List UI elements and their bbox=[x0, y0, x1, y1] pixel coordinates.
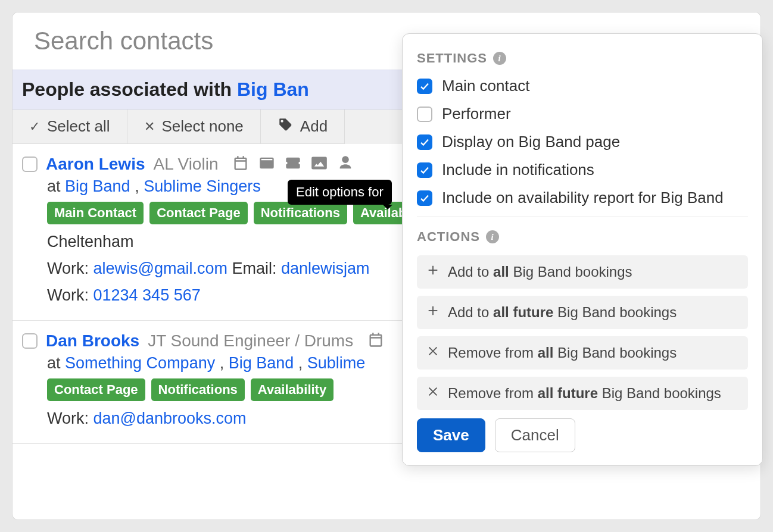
option-display-page[interactable]: Display on Big Band page bbox=[417, 133, 748, 151]
option-label: Include on availability report for Big B… bbox=[442, 189, 724, 207]
option-availability-report[interactable]: Include on availability report for Big B… bbox=[417, 189, 748, 207]
x-icon bbox=[426, 385, 440, 402]
action-add-all[interactable]: Add to all Big Band bookings bbox=[417, 255, 748, 289]
calendar-icon[interactable] bbox=[367, 331, 384, 351]
checkbox-icon[interactable] bbox=[417, 134, 432, 150]
option-main-contact[interactable]: Main contact bbox=[417, 77, 748, 95]
cancel-button[interactable]: Cancel bbox=[495, 418, 575, 452]
actions-section-title: ACTIONS i bbox=[417, 229, 748, 245]
option-label: Include in notifications bbox=[442, 161, 594, 179]
edit-options-tooltip: Edit options for bbox=[288, 180, 392, 205]
save-button[interactable]: Save bbox=[417, 418, 485, 452]
icon-strip bbox=[232, 155, 354, 174]
status-badge: Contact Page bbox=[47, 378, 145, 401]
checkbox-icon[interactable] bbox=[417, 79, 432, 94]
select-none-button[interactable]: ✕ Select none bbox=[127, 109, 261, 144]
add-label: Add bbox=[300, 117, 328, 136]
settings-section-title: SETTINGS i bbox=[417, 51, 748, 66]
image-icon[interactable] bbox=[311, 155, 328, 174]
checkbox-icon[interactable] bbox=[417, 190, 432, 206]
plus-icon bbox=[426, 304, 440, 321]
checkbox-icon[interactable] bbox=[417, 162, 432, 178]
company-link[interactable]: Sublime Singers bbox=[144, 177, 261, 195]
plus-icon bbox=[426, 264, 440, 280]
x-icon bbox=[426, 345, 440, 361]
ticket-icon[interactable] bbox=[285, 155, 301, 174]
info-icon[interactable]: i bbox=[486, 230, 499, 243]
card-icon[interactable] bbox=[258, 155, 275, 174]
status-badge: Availability bbox=[251, 378, 333, 401]
header-entity-link[interactable]: Big Ban bbox=[237, 79, 309, 100]
contact-checkbox[interactable] bbox=[22, 333, 38, 349]
checkbox-icon[interactable] bbox=[417, 107, 432, 122]
email-link[interactable]: danlewisjam bbox=[281, 259, 370, 277]
contact-checkbox[interactable] bbox=[22, 157, 38, 172]
status-badge: Main Contact bbox=[47, 202, 144, 224]
email-label: Email: bbox=[227, 259, 281, 277]
add-button[interactable]: Add bbox=[261, 109, 345, 144]
x-icon: ✕ bbox=[144, 119, 155, 134]
check-icon: ✓ bbox=[29, 119, 40, 134]
select-all-button[interactable]: ✓ Select all bbox=[13, 109, 127, 144]
info-icon[interactable]: i bbox=[493, 52, 506, 65]
work-email-link[interactable]: alewis@gmail.com bbox=[93, 259, 227, 277]
option-notifications[interactable]: Include in notifications bbox=[417, 161, 748, 179]
contacts-panel: People associated with Big Ban ✓ Select … bbox=[12, 12, 761, 520]
contact-role: JT Sound Engineer / Drums bbox=[148, 331, 353, 351]
work-email-link[interactable]: dan@danbrooks.com bbox=[93, 409, 247, 427]
company-link[interactable]: Big Band bbox=[229, 354, 294, 372]
contact-name-link[interactable]: Aaron Lewis bbox=[46, 155, 145, 174]
status-badge: Contact Page bbox=[149, 202, 248, 224]
settings-popover: SETTINGS i Main contact Performer Displa… bbox=[402, 33, 763, 466]
status-badge: Notifications bbox=[254, 202, 347, 224]
work-phone-label: Work: bbox=[47, 286, 93, 304]
company-link[interactable]: Big Band bbox=[65, 177, 130, 195]
tag-icon bbox=[278, 117, 293, 136]
at-label: at bbox=[47, 177, 65, 195]
select-all-label: Select all bbox=[47, 117, 110, 136]
person-icon[interactable] bbox=[337, 155, 354, 174]
action-add-future[interactable]: Add to all future Big Band bookings bbox=[417, 296, 748, 329]
action-remove-all[interactable]: Remove from all Big Band bookings bbox=[417, 336, 748, 370]
at-label: at bbox=[47, 354, 65, 372]
phone-link[interactable]: 01234 345 567 bbox=[93, 286, 201, 304]
contact-name-link[interactable]: Dan Brooks bbox=[46, 331, 139, 351]
icon-strip bbox=[367, 331, 384, 351]
company-link[interactable]: Sublime bbox=[307, 354, 366, 372]
calendar-icon[interactable] bbox=[232, 155, 249, 174]
divider bbox=[417, 217, 748, 217]
work-email-label: Work: bbox=[47, 409, 93, 427]
option-performer[interactable]: Performer bbox=[417, 105, 748, 123]
contact-role: AL Violin bbox=[153, 155, 218, 174]
company-link[interactable]: Something Company bbox=[65, 354, 215, 372]
status-badge: Notifications bbox=[151, 378, 245, 401]
work-email-label: Work: bbox=[47, 259, 93, 277]
header-prefix: People associated with bbox=[22, 79, 237, 100]
option-label: Main contact bbox=[442, 77, 529, 95]
action-remove-future[interactable]: Remove from all future Big Band bookings bbox=[417, 377, 748, 410]
option-label: Display on Big Band page bbox=[442, 133, 620, 151]
option-label: Performer bbox=[442, 105, 511, 123]
select-none-label: Select none bbox=[162, 117, 244, 136]
